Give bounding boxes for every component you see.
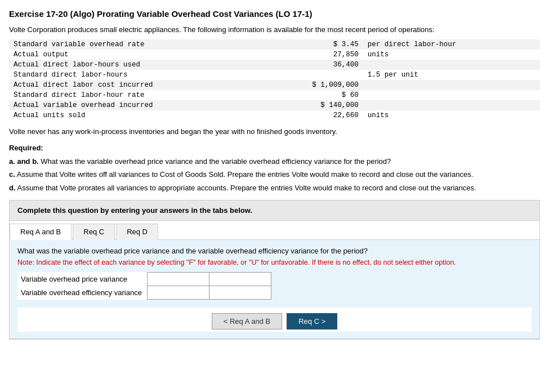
row-unit: per direct labor-hour [363,39,540,50]
variance-row: Variable overhead efficiency variance [17,286,271,300]
row-label: Standard variable overhead rate [9,39,257,50]
row-value: 36,400 [257,60,363,70]
row-unit [363,60,540,70]
required-item-c: c. Assume that Volte writes off all vari… [9,169,540,180]
row-label: Actual variable overhead incurred [9,100,257,110]
row-unit: 1.5 per unit [363,70,540,80]
data-table: Standard variable overhead rate $ 3.45 p… [9,39,540,121]
variance-input-1-1[interactable] [151,288,206,297]
row-unit: units [363,50,540,60]
tab-note: Note: Indicate the effect of each varian… [17,259,532,266]
prev-button-label: < Req A and B [224,317,270,326]
variance-row: Variable overhead price variance [17,273,271,286]
variance-input-2-1[interactable] [213,288,267,297]
row-unit [363,80,540,90]
row-unit: units [363,110,540,121]
tab-question-text: What was the variable overhead price var… [17,247,368,255]
page-title: Exercise 17-20 (Algo) Prorating Variable… [9,9,540,19]
variance-value-2[interactable] [209,273,271,286]
variance-value-1[interactable] [147,273,209,286]
tab-req-d[interactable]: Req D [116,224,158,240]
row-unit [363,90,540,100]
data-row: Actual variable overhead incurred $ 140,… [9,100,540,110]
complete-box-text: Complete this question by entering your … [17,206,252,215]
row-value: 22,660 [257,110,363,121]
row-value: $ 60 [257,90,363,100]
data-row: Actual direct labor-hours used 36,400 [9,60,540,70]
tab-question: What was the variable overhead price var… [17,247,532,255]
data-row: Standard variable overhead rate $ 3.45 p… [9,39,540,50]
variance-input-2-0[interactable] [213,274,267,284]
prev-button[interactable]: < Req A and B [212,313,282,329]
tab-content-ab: What was the variable overhead price var… [10,240,539,339]
row-label: Standard direct labor-hours [9,70,257,80]
tab-req-ab[interactable]: Req A and B [10,224,72,240]
required-item-ab: a. and b. What was the variable overhead… [9,156,540,167]
variance-table: Variable overhead price variance Variabl… [17,272,271,300]
next-button[interactable]: Req C > [287,313,337,329]
row-label: Actual output [9,50,257,60]
next-button-label: Req C > [298,317,325,326]
data-row: Actual direct labor cost incurred $ 1,00… [9,80,540,90]
row-label: Actual direct labor-hours used [9,60,257,70]
data-row: Actual output 27,850 units [9,50,540,60]
row-label: Standard direct labor-hour rate [9,90,257,100]
required-section: Required: a. and b. What was the variabl… [9,142,540,193]
tab-req-c[interactable]: Req C [73,224,115,240]
row-unit [363,100,540,110]
wip-note: Volte never has any work-in-process inve… [9,127,540,136]
row-value [257,70,363,80]
row-value: 27,850 [257,50,363,60]
data-row: Actual units sold 22,660 units [9,110,540,121]
variance-value-1[interactable] [147,286,209,300]
complete-box: Complete this question by entering your … [9,200,540,221]
tabs-container: Req A and B Req C Req D What was the var… [9,221,540,340]
required-heading: Required: [9,144,43,152]
row-value: $ 1,009,000 [257,80,363,90]
data-row: Standard direct labor-hours 1.5 per unit [9,70,540,80]
tabs-header: Req A and B Req C Req D [10,221,539,240]
row-value: $ 3.45 [257,39,363,50]
row-value: $ 140,000 [257,100,363,110]
required-item-d: d. Assume that Volte prorates all varian… [9,182,540,194]
variance-row-label: Variable overhead price variance [17,273,147,286]
row-label: Actual units sold [9,110,257,121]
intro-text: Volte Corporation produces small electri… [9,25,540,34]
row-label: Actual direct labor cost incurred [9,80,257,90]
variance-value-2[interactable] [209,286,271,300]
variance-input-1-0[interactable] [151,274,206,284]
variance-row-label: Variable overhead efficiency variance [17,286,147,300]
bottom-nav: < Req A and B Req C > [17,308,532,332]
data-row: Standard direct labor-hour rate $ 60 [9,90,540,100]
